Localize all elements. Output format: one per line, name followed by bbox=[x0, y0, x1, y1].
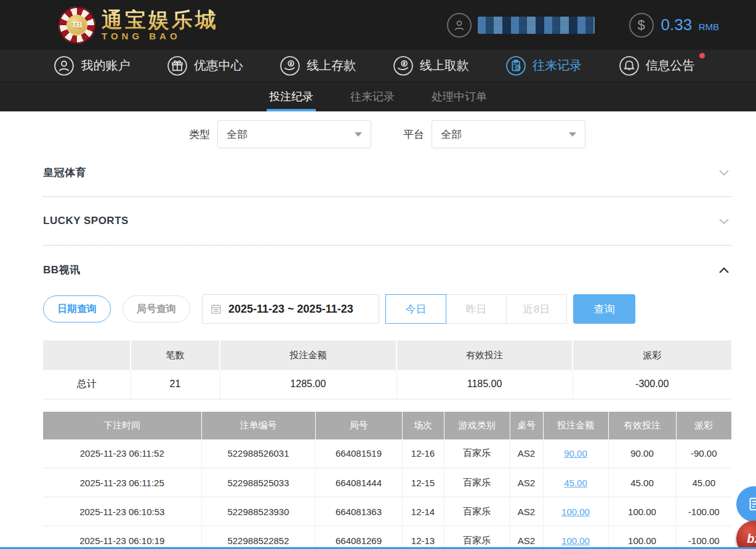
type-filter-label: 类型 bbox=[189, 127, 210, 142]
balance[interactable]: $ 0.33 RMB bbox=[629, 13, 719, 38]
calendar-icon bbox=[210, 303, 222, 315]
table-cell: 100.00 bbox=[543, 497, 608, 526]
summary-col-header bbox=[43, 340, 131, 370]
notification-dot bbox=[699, 53, 705, 58]
logo-title-en: TONG BAO bbox=[102, 31, 219, 41]
chevron-down-icon[interactable] bbox=[717, 165, 731, 180]
nav-item-bell[interactable]: 信息公告 bbox=[619, 55, 702, 76]
table-cell: 12-15 bbox=[402, 468, 444, 497]
table-cell: AS2 bbox=[510, 497, 543, 526]
nav-item-label: 线上取款 bbox=[420, 57, 469, 74]
table-cell: 100.00 bbox=[608, 497, 676, 526]
caret-down-icon bbox=[355, 132, 362, 137]
platform-select[interactable]: 全部 bbox=[432, 120, 585, 148]
brand-float-label: bx bbox=[747, 532, 756, 546]
bet-amount-link[interactable]: 100.00 bbox=[561, 507, 590, 517]
table-cell: -90.00 bbox=[676, 439, 731, 468]
summary-col-header: 有效投注 bbox=[396, 340, 573, 370]
logo-title-cn: 通宝娱乐城 bbox=[102, 9, 219, 30]
type-select-value: 全部 bbox=[227, 127, 247, 142]
nav-item-label: 线上存款 bbox=[307, 57, 356, 74]
today-button[interactable]: 今日 bbox=[385, 294, 446, 324]
table-col-header: 场次 bbox=[402, 412, 444, 439]
tab-inactive[interactable]: 处理中订单 bbox=[429, 82, 489, 111]
bet-amount-link[interactable]: 90.00 bbox=[564, 448, 587, 459]
type-select[interactable]: 全部 bbox=[217, 120, 371, 148]
table-cell: 522988525033 bbox=[201, 468, 315, 497]
table-cell: 百家乐 bbox=[444, 497, 510, 526]
sections: 皇冠体育LUCKY SPORTSBB视讯 bbox=[43, 148, 731, 294]
user-icon bbox=[54, 55, 74, 76]
table-row: 2025-11-23 06:11:52522988526031664081519… bbox=[43, 439, 731, 468]
table-cell: 664081519 bbox=[315, 439, 402, 468]
user-account[interactable] bbox=[447, 13, 595, 38]
withdraw-icon bbox=[393, 55, 414, 76]
document-icon bbox=[746, 496, 756, 512]
table-cell: AS2 bbox=[510, 526, 543, 549]
table-cell: 百家乐 bbox=[444, 526, 510, 549]
table-cell: 100.00 bbox=[543, 526, 608, 549]
table-cell: 12-13 bbox=[402, 526, 444, 549]
section-title: BB视讯 bbox=[43, 263, 81, 277]
nav-item-user[interactable]: 我的账户 bbox=[54, 55, 137, 76]
date-range-input[interactable]: 2025-11-23 ~ 2025-11-23 bbox=[202, 294, 379, 324]
nav: 我的账户优惠中心线上存款线上取款往来记录信息公告 bbox=[0, 50, 756, 82]
search-button[interactable]: 查询 bbox=[573, 294, 635, 324]
section-header: 皇冠体育 bbox=[43, 148, 731, 197]
summary-header-row: 笔数投注金额有效投注派彩 bbox=[43, 340, 731, 370]
filter-row: 类型 全部 平台 全部 bbox=[43, 120, 731, 148]
last8days-button[interactable]: 近8日 bbox=[506, 294, 567, 324]
bet-amount-link[interactable]: 45.00 bbox=[564, 478, 587, 488]
nav-item-withdraw[interactable]: 线上取款 bbox=[393, 55, 477, 76]
table-cell: 12-14 bbox=[402, 497, 444, 526]
bet-amount-link[interactable]: 100.00 bbox=[561, 535, 590, 546]
table-cell: AS2 bbox=[510, 468, 543, 497]
platform-filter-label: 平台 bbox=[403, 127, 424, 142]
table-cell: AS2 bbox=[510, 439, 543, 468]
records-icon bbox=[505, 55, 526, 76]
section-title: 皇冠体育 bbox=[43, 166, 86, 180]
bell-icon bbox=[619, 55, 640, 76]
date-query-pill[interactable]: 日期查询 bbox=[43, 295, 111, 323]
table-cell: 522988526031 bbox=[201, 439, 315, 468]
tab-active[interactable]: 投注纪录 bbox=[267, 82, 316, 111]
username-redacted bbox=[478, 17, 595, 34]
table-cell: 2025-11-23 06:11:25 bbox=[43, 468, 201, 497]
section-header: BB视讯 bbox=[43, 246, 731, 294]
table-cell: 2025-11-23 06:10:19 bbox=[43, 526, 201, 549]
nav-item-deposit[interactable]: 线上存款 bbox=[279, 55, 363, 76]
chevron-up-icon[interactable] bbox=[717, 263, 731, 278]
section-header: LUCKY SPORTS bbox=[43, 197, 731, 246]
summary-cell: 1285.00 bbox=[220, 370, 396, 399]
summary-table: 笔数投注金额有效投注派彩 总计211285.001185.00-300.00 bbox=[43, 340, 731, 399]
tab-inactive[interactable]: 往来记录 bbox=[348, 82, 397, 111]
table-cell: 522988523930 bbox=[201, 497, 315, 526]
chevron-down-icon[interactable] bbox=[717, 214, 731, 228]
table-cell: -100.00 bbox=[676, 526, 731, 549]
table-col-header: 投注金额 bbox=[543, 412, 608, 439]
table-cell: 664081444 bbox=[315, 468, 402, 497]
table-cell: 45.00 bbox=[608, 468, 676, 497]
summary-total-row: 总计211285.001185.00-300.00 bbox=[43, 370, 731, 399]
table-cell: 12-16 bbox=[402, 439, 444, 468]
nav-item-label: 优惠中心 bbox=[194, 57, 243, 74]
caret-down-icon bbox=[569, 132, 576, 137]
balance-amount: 0.33 bbox=[661, 15, 693, 34]
site-logo[interactable]: TB 通宝娱乐城 TONG BAO bbox=[58, 7, 219, 44]
round-query-pill[interactable]: 局号查询 bbox=[123, 295, 190, 323]
table-col-header: 注单编号 bbox=[201, 412, 315, 439]
table-row: 2025-11-23 06:11:25522988525033664081444… bbox=[43, 468, 731, 497]
nav-item-records[interactable]: 往来记录 bbox=[505, 55, 589, 76]
yesterday-button[interactable]: 昨日 bbox=[446, 294, 507, 324]
deposit-icon bbox=[279, 55, 300, 76]
table-cell: 522988522852 bbox=[201, 526, 315, 549]
table-cell: 664081363 bbox=[315, 497, 402, 526]
table-cell: 百家乐 bbox=[444, 468, 510, 497]
table-header-row: 下注时间注单编号局号场次游戏类别桌号投注金额有效投注派彩 bbox=[43, 412, 731, 439]
nav-item-gift[interactable]: 优惠中心 bbox=[167, 55, 251, 76]
quick-range-group: 今日 昨日 近8日 bbox=[386, 294, 567, 324]
content: 类型 全部 平台 全部 皇冠体育LUCKY SPORTSBB视讯 日期查询 局号… bbox=[0, 120, 756, 549]
table-cell: 100.00 bbox=[608, 526, 676, 549]
top-bar: TB 通宝娱乐城 TONG BAO $ 0.33 RMB bbox=[0, 0, 756, 50]
table-col-header: 游戏类别 bbox=[444, 412, 510, 439]
